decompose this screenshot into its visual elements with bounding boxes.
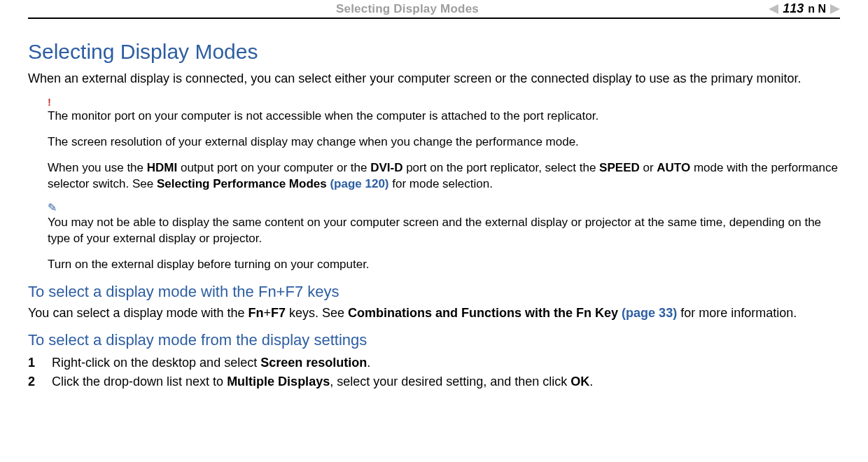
tip-note-block: ✎ You may not be able to display the sam… xyxy=(28,202,840,273)
section1-body: You can select a display mode with the F… xyxy=(28,305,840,321)
tip-text-1: You may not be able to display the same … xyxy=(48,215,840,247)
nav-nN: n N xyxy=(808,3,826,15)
dvid-label: DVI-D xyxy=(370,161,402,174)
t: , select your desired setting, and then … xyxy=(330,374,570,388)
t: You can select a display mode with the xyxy=(28,306,248,320)
warning-text-1: The monitor port on your computer is not… xyxy=(48,108,840,125)
t: for mode selection. xyxy=(389,177,493,190)
warning-icon: ! xyxy=(48,97,840,107)
tip-text-2: Turn on the external display before turn… xyxy=(48,257,840,273)
fn-link-label: Combinations and Functions with the Fn K… xyxy=(348,306,618,320)
intro-paragraph: When an external display is connected, y… xyxy=(28,71,840,87)
hdmi-label: HDMI xyxy=(147,161,177,174)
page-header: n N Selecting Display Modes 113 n N xyxy=(28,1,840,19)
t: port on the port replicator, select the xyxy=(402,161,599,174)
t: Click the drop-down list next to xyxy=(52,374,227,388)
pencil-icon: ✎ xyxy=(48,202,840,214)
performance-modes-link[interactable]: (page 120) xyxy=(327,177,389,190)
list-item: 1 Right-click on the desktop and select … xyxy=(28,354,840,372)
t: or xyxy=(640,161,657,174)
t: keys. See xyxy=(286,306,348,320)
multiple-displays-label: Multiple Displays xyxy=(227,374,330,388)
f7-key: F7 xyxy=(271,306,286,320)
t: Right-click on the desktop and select xyxy=(52,356,260,370)
t: . xyxy=(589,374,593,388)
warning-text-3: When you use the HDMI output port on you… xyxy=(48,160,840,192)
t: + xyxy=(264,306,272,320)
header-right: 113 n N xyxy=(769,1,840,16)
ok-label: OK xyxy=(570,374,589,388)
nav-prev-icon[interactable] xyxy=(769,4,778,14)
fn-key-link[interactable]: (page 33) xyxy=(618,306,677,320)
screen-resolution-label: Screen resolution xyxy=(260,356,367,370)
link-label: Selecting Performance Modes xyxy=(157,177,327,190)
t: output port on your computer or the xyxy=(177,161,370,174)
auto-label: AUTO xyxy=(657,161,690,174)
step-number: 2 xyxy=(28,372,35,391)
header-section-title: Selecting Display Modes xyxy=(336,2,479,16)
nav-next-icon[interactable] xyxy=(830,4,840,14)
t: When you use the xyxy=(48,161,147,174)
list-item: 2 Click the drop-down list next to Multi… xyxy=(28,372,840,391)
t: . xyxy=(367,356,370,370)
warning-note-block: ! The monitor port on your computer is n… xyxy=(28,97,840,192)
subheading-display-settings: To select a display mode from the displa… xyxy=(28,331,840,349)
page-number: 113 xyxy=(783,1,804,16)
steps-list: 1 Right-click on the desktop and select … xyxy=(28,354,840,391)
t: for more information. xyxy=(677,306,797,320)
speed-label: SPEED xyxy=(599,161,640,174)
page-title: Selecting Display Modes xyxy=(28,40,840,64)
step-number: 1 xyxy=(28,354,35,372)
subheading-fn-f7: To select a display mode with the Fn+F7 … xyxy=(28,283,840,301)
warning-text-2: The screen resolution of your external d… xyxy=(48,134,840,150)
fn-key: Fn xyxy=(248,306,264,320)
